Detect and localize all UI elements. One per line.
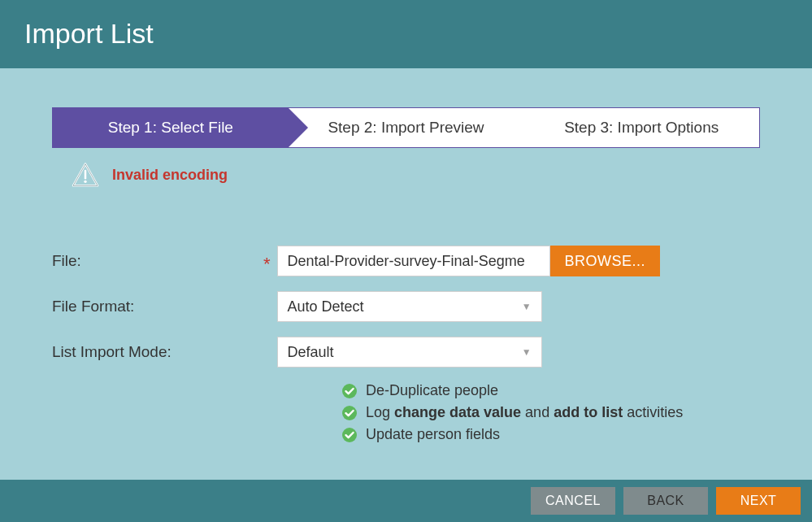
svg-point-1 <box>84 181 86 183</box>
dialog-footer: CANCEL BACK NEXT <box>0 480 812 522</box>
step-import-preview[interactable]: Step 2: Import Preview <box>289 108 524 147</box>
error-message: Invalid encoding <box>112 167 228 184</box>
checkmark-circle-icon <box>341 405 358 421</box>
step-import-options[interactable]: Step 3: Import Options <box>523 108 759 147</box>
svg-point-3 <box>342 406 357 420</box>
error-banner: Invalid encoding <box>72 163 760 187</box>
file-format-select[interactable]: Auto Detect ▼ <box>277 291 542 322</box>
import-form: File: * Dental-Provider-survey-Final-Seg… <box>52 246 760 443</box>
required-asterisk: * <box>263 254 271 275</box>
back-button: BACK <box>623 487 708 515</box>
svg-point-2 <box>342 384 357 398</box>
step-label: Step 2: Import Preview <box>328 119 484 137</box>
file-format-value: Auto Detect <box>288 298 364 315</box>
step-select-file[interactable]: Step 1: Select File <box>53 108 289 147</box>
svg-point-4 <box>342 428 357 442</box>
next-button[interactable]: NEXT <box>716 487 801 515</box>
row-list-import-mode: List Import Mode: * Default ▼ <box>52 337 760 368</box>
option-label: Log change data value and add to list ac… <box>366 404 683 421</box>
file-path-input[interactable]: Dental-Provider-survey-Final-Segme <box>277 246 550 276</box>
step-label: Step 3: Import Options <box>564 119 719 137</box>
option-label: Update person fields <box>366 426 500 443</box>
option-label: De-Duplicate people <box>366 382 498 399</box>
option-deduplicate: De-Duplicate people <box>341 382 760 399</box>
file-format-label: File Format: <box>52 298 263 315</box>
browse-button[interactable]: BROWSE... <box>550 246 661 276</box>
import-options-list: De-Duplicate people Log change data valu… <box>341 382 760 443</box>
checkmark-circle-icon <box>341 383 358 399</box>
row-file: File: * Dental-Provider-survey-Final-Seg… <box>52 246 760 276</box>
option-log-activities: Log change data value and add to list ac… <box>341 404 760 421</box>
row-file-format: File Format: * Auto Detect ▼ <box>52 291 760 322</box>
dialog-title: Import List <box>24 18 788 50</box>
cancel-button[interactable]: CANCEL <box>531 487 615 515</box>
file-input-group: Dental-Provider-survey-Final-Segme BROWS… <box>277 246 661 276</box>
step-label: Step 1: Select File <box>108 119 233 137</box>
file-label: File: <box>52 252 263 270</box>
list-import-mode-value: Default <box>288 344 334 361</box>
list-import-mode-select[interactable]: Default ▼ <box>277 337 542 368</box>
checkmark-circle-icon <box>341 427 358 443</box>
dialog-content: Step 1: Select File Step 2: Import Previ… <box>0 68 812 471</box>
chevron-down-icon: ▼ <box>522 301 532 312</box>
wizard-stepper: Step 1: Select File Step 2: Import Previ… <box>52 107 760 148</box>
list-import-mode-label: List Import Mode: <box>52 343 263 361</box>
chevron-down-icon: ▼ <box>522 346 532 358</box>
option-update-fields: Update person fields <box>341 426 760 443</box>
dialog-header: Import List <box>0 0 812 68</box>
warning-triangle-icon <box>72 163 99 187</box>
